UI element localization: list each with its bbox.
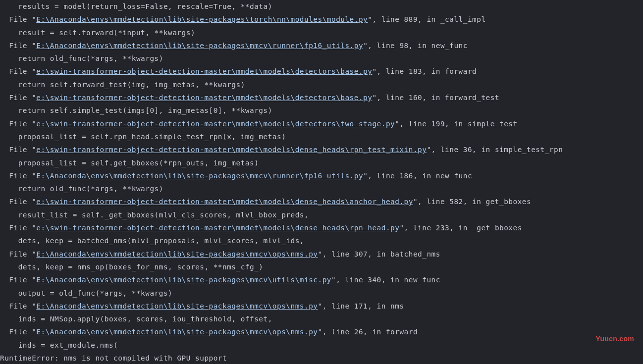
line-suffix: return self.simple_test(imgs[0], img_met…: [18, 106, 272, 114]
traceback-code-line: proposal_list = self.get_bboxes(*rpn_out…: [0, 156, 643, 169]
traceback-code-line: proposal_list = self.rpn_head.simple_tes…: [0, 130, 643, 143]
line-suffix: RuntimeError: nms is not compiled with G…: [0, 354, 227, 362]
traceback-file-line: File "e:\swin-transformer-object-detecti…: [0, 143, 643, 156]
traceback-code-line: result_list = self._get_bboxes(mlvl_cls_…: [0, 208, 643, 221]
line-prefix: File ": [0, 302, 36, 310]
traceback-code-line: return self.forward_test(img, img_metas,…: [0, 78, 643, 91]
line-prefix: [0, 341, 18, 349]
traceback-code-line: dets, keep = nms_op(boxes_for_nms, score…: [0, 260, 643, 273]
traceback-file-line: File "e:\swin-transformer-object-detecti…: [0, 221, 643, 234]
line-prefix: File ": [0, 328, 36, 336]
file-path-link[interactable]: e:\swin-transformer-object-detection-mas…: [36, 224, 399, 232]
line-suffix: results = model(return_loss=False, resca…: [18, 2, 272, 10]
line-prefix: [0, 315, 18, 323]
file-path-link[interactable]: e:\swin-transformer-object-detection-mas…: [36, 67, 372, 75]
file-path-link[interactable]: E:\Anaconda\envs\mmdetection\lib\site-pa…: [36, 250, 318, 258]
line-suffix: inds = ext_module.nms(: [18, 341, 118, 349]
traceback-code-line: results = model(return_loss=False, resca…: [0, 0, 643, 13]
line-suffix: return old_func(*args, **kwargs): [18, 54, 163, 62]
line-suffix: output = old_func(*args, **kwargs): [18, 289, 173, 297]
line-prefix: [0, 237, 18, 245]
line-prefix: File ": [0, 224, 36, 232]
traceback-block: results = model(return_loss=False, resca…: [0, 0, 643, 364]
traceback-code-line: return old_func(*args, **kwargs): [0, 182, 643, 195]
line-suffix: return self.forward_test(img, img_metas,…: [18, 81, 245, 89]
line-prefix: File ": [0, 250, 36, 258]
traceback-code-line: return old_func(*args, **kwargs): [0, 52, 643, 65]
line-prefix: [0, 81, 18, 89]
traceback-code-line: dets, keep = batched_nms(mlvl_proposals,…: [0, 234, 643, 247]
file-path-link[interactable]: e:\swin-transformer-object-detection-mas…: [36, 120, 395, 128]
line-suffix: ", line 160, in forward_test: [372, 94, 499, 102]
line-suffix: ", line 171, in nms: [318, 302, 404, 310]
traceback-file-line: File "E:\Anaconda\envs\mmdetection\lib\s…: [0, 325, 643, 338]
line-prefix: [0, 159, 18, 167]
line-suffix: ", line 233, in _get_bboxes: [399, 224, 522, 232]
file-path-link[interactable]: E:\Anaconda\envs\mmdetection\lib\site-pa…: [36, 15, 368, 23]
traceback-file-line: File "E:\Anaconda\envs\mmdetection\lib\s…: [0, 248, 643, 260]
line-prefix: [0, 54, 18, 62]
traceback-file-line: File "E:\Anaconda\envs\mmdetection\lib\s…: [0, 300, 643, 312]
traceback-file-line: File "E:\Anaconda\envs\mmdetection\lib\s…: [0, 169, 643, 182]
traceback-file-line: File "e:\swin-transformer-object-detecti…: [0, 91, 643, 104]
traceback-code-line: RuntimeError: nms is not compiled with G…: [0, 352, 643, 364]
line-suffix: ", line 307, in batched_nms: [318, 250, 440, 258]
traceback-code-line: inds = NMSop.apply(boxes, scores, iou_th…: [0, 312, 643, 325]
line-prefix: [0, 106, 18, 114]
line-suffix: proposal_list = self.get_bboxes(*rpn_out…: [18, 159, 259, 167]
file-path-link[interactable]: E:\Anaconda\envs\mmdetection\lib\site-pa…: [36, 328, 318, 336]
line-prefix: File ": [0, 120, 36, 128]
traceback-code-line: result = self.forward(*input, **kwargs): [0, 26, 643, 39]
traceback-file-line: File "E:\Anaconda\envs\mmdetection\lib\s…: [0, 273, 643, 286]
traceback-file-line: File "e:\swin-transformer-object-detecti…: [0, 195, 643, 208]
line-prefix: [0, 133, 18, 141]
line-suffix: ", line 26, in forward: [318, 328, 418, 336]
line-suffix: ", line 183, in forward: [372, 67, 477, 75]
line-prefix: File ": [0, 146, 36, 154]
line-suffix: ", line 889, in _call_impl: [368, 15, 485, 23]
line-suffix: proposal_list = self.rpn_head.simple_tes…: [18, 133, 286, 141]
line-prefix: File ": [0, 15, 36, 23]
file-path-link[interactable]: E:\Anaconda\envs\mmdetection\lib\site-pa…: [36, 276, 331, 284]
line-prefix: File ": [0, 172, 36, 180]
line-prefix: File ": [0, 276, 36, 284]
line-prefix: File ": [0, 94, 36, 102]
line-prefix: File ": [0, 42, 36, 50]
file-path-link[interactable]: e:\swin-transformer-object-detection-mas…: [36, 146, 427, 154]
line-suffix: ", line 582, in get_bboxes: [413, 198, 531, 206]
line-suffix: result_list = self._get_bboxes(mlvl_cls_…: [18, 211, 309, 219]
line-prefix: [0, 289, 18, 297]
line-prefix: [0, 29, 18, 37]
line-suffix: ", line 199, in simple_test: [395, 120, 517, 128]
line-prefix: [0, 185, 18, 193]
line-prefix: [0, 263, 18, 271]
file-path-link[interactable]: e:\swin-transformer-object-detection-mas…: [36, 198, 413, 206]
line-suffix: ", line 98, in new_func: [363, 42, 468, 50]
file-path-link[interactable]: E:\Anaconda\envs\mmdetection\lib\site-pa…: [36, 172, 363, 180]
line-suffix: ", line 36, in simple_test_rpn: [427, 146, 563, 154]
file-path-link[interactable]: e:\swin-transformer-object-detection-mas…: [36, 94, 372, 102]
line-prefix: File ": [0, 67, 36, 75]
traceback-file-line: File "E:\Anaconda\envs\mmdetection\lib\s…: [0, 39, 643, 52]
traceback-file-line: File "e:\swin-transformer-object-detecti…: [0, 65, 643, 78]
line-suffix: result = self.forward(*input, **kwargs): [18, 29, 195, 37]
line-suffix: dets, keep = batched_nms(mlvl_proposals,…: [18, 237, 304, 245]
line-suffix: dets, keep = nms_op(boxes_for_nms, score…: [18, 263, 264, 271]
line-suffix: inds = NMSop.apply(boxes, scores, iou_th…: [18, 315, 272, 323]
traceback-code-line: inds = ext_module.nms(: [0, 339, 643, 352]
line-prefix: File ": [0, 198, 36, 206]
traceback-code-line: output = old_func(*args, **kwargs): [0, 287, 643, 300]
file-path-link[interactable]: E:\Anaconda\envs\mmdetection\lib\site-pa…: [36, 302, 318, 310]
file-path-link[interactable]: E:\Anaconda\envs\mmdetection\lib\site-pa…: [36, 42, 363, 50]
line-suffix: ", line 186, in new_func: [363, 172, 472, 180]
line-prefix: [0, 2, 18, 10]
traceback-code-line: return self.simple_test(imgs[0], img_met…: [0, 104, 643, 117]
traceback-file-line: File "E:\Anaconda\envs\mmdetection\lib\s…: [0, 13, 643, 26]
line-prefix: [0, 211, 18, 219]
line-suffix: return old_func(*args, **kwargs): [18, 185, 163, 193]
watermark-text: Yuucn.com: [596, 332, 634, 345]
traceback-file-line: File "e:\swin-transformer-object-detecti…: [0, 117, 643, 130]
line-suffix: ", line 340, in new_func: [331, 276, 440, 284]
